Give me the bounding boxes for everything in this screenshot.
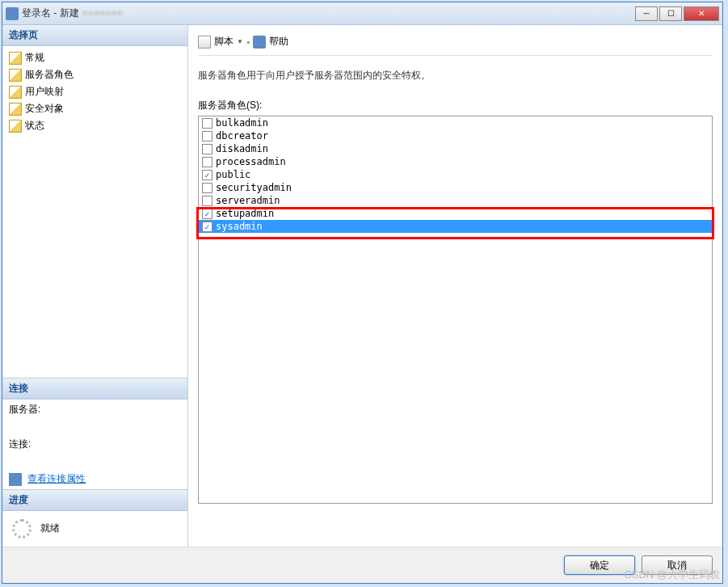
nav-header-select: 选择页 [2, 25, 187, 46]
minimize-button[interactable]: ─ [635, 6, 658, 21]
role-checkbox[interactable] [202, 144, 213, 154]
server-label: 服务器: [2, 399, 187, 420]
page-icon [9, 120, 22, 133]
app-icon [6, 7, 19, 20]
nav-item-label: 用户映射 [25, 85, 64, 99]
page-icon [9, 69, 22, 82]
nav-item-label: 安全对象 [25, 102, 64, 116]
script-dropdown-icon[interactable]: ▼ [237, 38, 243, 45]
role-label: setupadmin [216, 208, 274, 219]
role-label: public [216, 169, 250, 180]
nav-panel: 选择页 常规服务器角色用户映射安全对象状态 连接 服务器: 连接: 查看连接属性… [2, 25, 188, 547]
role-label: dbcreator [216, 130, 268, 141]
role-item-setupadmin[interactable]: setupadmin [199, 207, 712, 220]
connection-value [2, 454, 187, 469]
roles-label: 服务器角色(S): [198, 95, 713, 116]
title-obscured: ■■■■■■■ [82, 7, 123, 19]
window-controls: ─ ☐ ✕ [635, 6, 719, 21]
nav-item-label: 服务器角色 [25, 68, 74, 82]
role-checkbox[interactable] [202, 183, 213, 193]
cancel-button[interactable]: 取消 [642, 555, 713, 575]
page-icon [9, 52, 22, 65]
view-connection-props[interactable]: 查看连接属性 [2, 469, 187, 489]
server-roles-list[interactable]: bulkadmindbcreatordiskadminprocessadminp… [198, 116, 713, 504]
role-label: serveradmin [216, 195, 280, 206]
page-icon [9, 103, 22, 116]
main-panel: 脚本 ▼ ▪ 帮助 服务器角色用于向用户授予服务器范围内的安全特权。 服务器角色… [188, 25, 722, 547]
role-item-securityadmin[interactable]: securityadmin [199, 181, 712, 194]
help-icon [253, 36, 266, 49]
nav-header-progress: 进度 [2, 490, 187, 511]
nav-pages: 常规服务器角色用户映射安全对象状态 [2, 46, 187, 137]
role-item-bulkadmin[interactable]: bulkadmin [199, 116, 712, 129]
nav-item-1[interactable]: 服务器角色 [2, 66, 187, 83]
nav-header-connection: 连接 [2, 378, 187, 399]
window-title: 登录名 - 新建 ■■■■■■■ [22, 6, 635, 20]
role-label: securityadmin [216, 182, 292, 193]
role-label: bulkadmin [216, 117, 268, 129]
role-checkbox[interactable] [202, 170, 213, 180]
ok-button[interactable]: 确定 [564, 555, 635, 575]
content-area: 选择页 常规服务器角色用户映射安全对象状态 连接 服务器: 连接: 查看连接属性… [2, 25, 722, 547]
progress-spinner-icon [12, 519, 32, 538]
progress-status-row: 就绪 [2, 511, 187, 547]
script-icon [198, 36, 211, 49]
nav-item-4[interactable]: 状态 [2, 117, 187, 134]
nav-item-3[interactable]: 安全对象 [2, 100, 187, 117]
role-checkbox[interactable] [202, 222, 213, 232]
server-value [2, 420, 187, 434]
button-bar: 确定 取消 [2, 547, 722, 583]
page-icon [9, 86, 22, 99]
role-label: sysadmin [216, 221, 263, 232]
role-item-processadmin[interactable]: processadmin [199, 155, 712, 168]
role-checkbox[interactable] [202, 118, 213, 129]
dialog-window: 登录名 - 新建 ■■■■■■■ ─ ☐ ✕ 选择页 常规服务器角色用户映射安全… [2, 2, 723, 584]
script-button[interactable]: 脚本 [214, 35, 234, 49]
description-text: 服务器角色用于向用户授予服务器范围内的安全特权。 [198, 65, 713, 95]
nav-item-0[interactable]: 常规 [2, 49, 187, 66]
help-button[interactable]: 帮助 [269, 35, 288, 49]
role-item-public[interactable]: public [199, 168, 712, 181]
connection-section: 连接 服务器: 连接: 查看连接属性 [2, 378, 187, 489]
role-label: processadmin [216, 156, 286, 167]
title-text: 登录名 - 新建 [22, 7, 79, 19]
progress-status: 就绪 [40, 522, 60, 534]
role-item-sysadmin[interactable]: sysadmin [199, 220, 712, 233]
nav-item-label: 常规 [25, 51, 44, 65]
connection-label: 连接: [2, 434, 187, 454]
maximize-button[interactable]: ☐ [659, 6, 682, 21]
toolbar: 脚本 ▼ ▪ 帮助 [198, 32, 713, 56]
role-checkbox[interactable] [202, 196, 213, 206]
role-checkbox[interactable] [202, 209, 213, 219]
nav-item-label: 状态 [25, 119, 44, 133]
titlebar[interactable]: 登录名 - 新建 ■■■■■■■ ─ ☐ ✕ [2, 2, 722, 25]
role-item-diskadmin[interactable]: diskadmin [199, 142, 712, 155]
toolbar-separator: ▪ [246, 36, 250, 48]
role-item-serveradmin[interactable]: serveradmin [199, 194, 712, 207]
role-checkbox[interactable] [202, 131, 213, 141]
role-item-dbcreator[interactable]: dbcreator [199, 129, 712, 142]
progress-section: 进度 就绪 [2, 489, 187, 547]
role-label: diskadmin [216, 143, 268, 154]
close-button[interactable]: ✕ [684, 6, 719, 21]
view-props-link[interactable]: 查看连接属性 [27, 473, 86, 484]
nav-item-2[interactable]: 用户映射 [2, 83, 187, 100]
connection-icon [9, 473, 22, 486]
role-checkbox[interactable] [202, 157, 213, 167]
